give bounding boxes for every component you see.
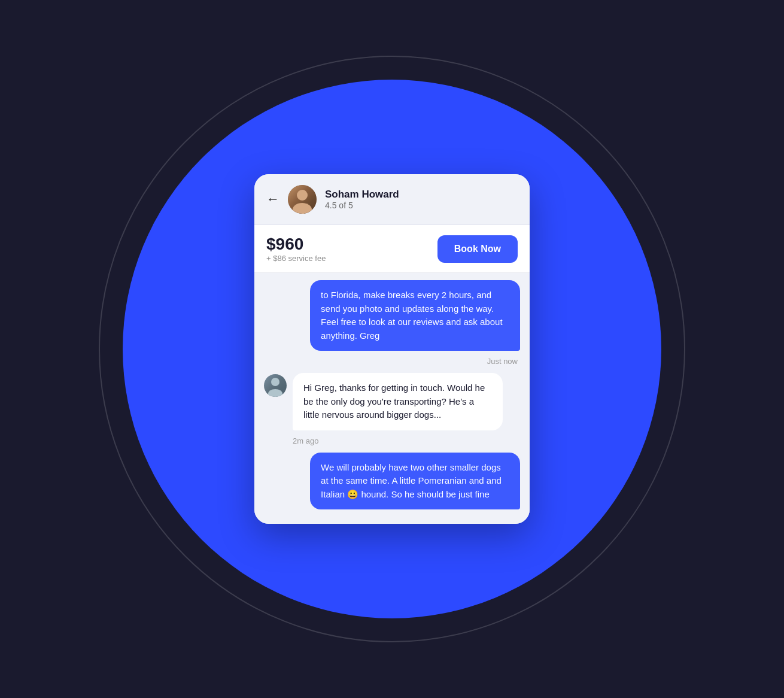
incoming-message-1: Hi Greg, thanks for getting in touch. Wo… — [264, 373, 520, 430]
booking-bar: $960 + $86 service fee Book Now — [254, 225, 530, 273]
incoming-avatar — [264, 374, 287, 397]
incoming-bubble-1: Hi Greg, thanks for getting in touch. Wo… — [293, 373, 503, 430]
outgoing-message-2: We will probably have two other smaller … — [264, 453, 520, 510]
outgoing-message-1: to Florida, make breaks every 2 hours, a… — [264, 280, 520, 351]
message-time-2: 2m ago — [264, 436, 520, 445]
service-fee: + $86 service fee — [266, 254, 326, 263]
contact-rating: 4.5 of 5 — [325, 201, 399, 210]
chat-header: ← Soham Howard 4.5 of 5 — [254, 174, 530, 225]
header-info: Soham Howard 4.5 of 5 — [325, 189, 399, 210]
avatar-image — [288, 185, 317, 214]
phone-card: ← Soham Howard 4.5 of 5 $960 + $86 servi… — [254, 174, 530, 524]
message-time-1: Just now — [264, 357, 520, 366]
contact-name: Soham Howard — [325, 189, 399, 201]
outgoing-bubble-1: to Florida, make breaks every 2 hours, a… — [310, 280, 520, 351]
price-amount: $960 — [266, 235, 326, 254]
outgoing-bubble-2: We will probably have two other smaller … — [310, 453, 520, 510]
messages-area: to Florida, make breaks every 2 hours, a… — [254, 273, 530, 524]
avatar — [288, 185, 317, 214]
back-button[interactable]: ← — [266, 192, 279, 207]
price-section: $960 + $86 service fee — [266, 235, 326, 263]
book-now-button[interactable]: Book Now — [437, 235, 518, 263]
